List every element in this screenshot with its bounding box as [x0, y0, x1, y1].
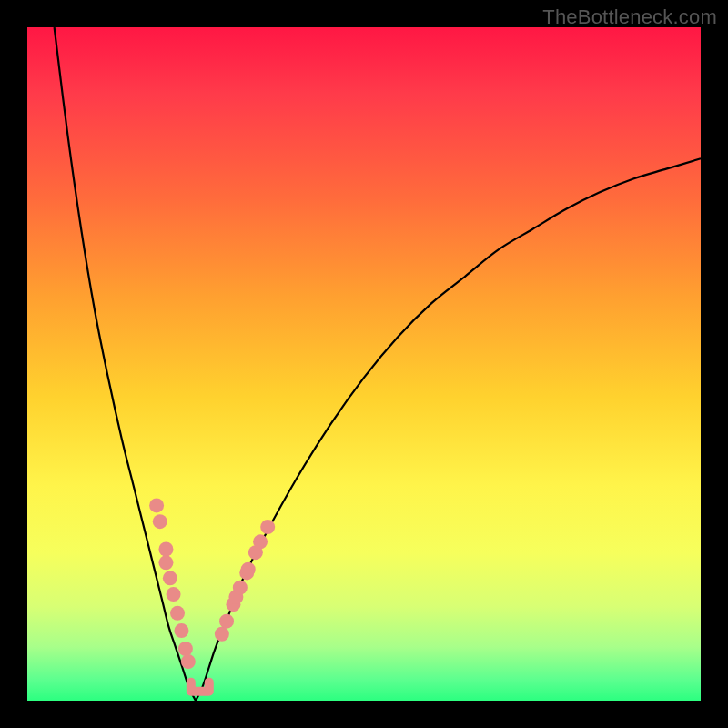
marker-dot	[174, 623, 188, 638]
marker-dot	[241, 562, 256, 577]
left-branch-dots	[149, 498, 196, 669]
right-branch-curve	[196, 158, 701, 701]
marker-dot	[181, 654, 196, 669]
marker-dot	[215, 627, 229, 642]
marker-dot	[219, 614, 234, 629]
marker-dot	[153, 514, 167, 529]
marker-dot	[253, 534, 268, 549]
marker-dot	[167, 587, 181, 602]
chart-plot-area	[27, 27, 701, 701]
marker-dot	[149, 498, 164, 512]
marker-dot	[158, 555, 173, 570]
right-branch-dots	[215, 520, 275, 642]
marker-dot	[178, 642, 193, 656]
marker-dot	[158, 542, 173, 557]
watermark-text: TheBottleneck.com	[542, 5, 717, 29]
bottom-bracket	[191, 682, 209, 692]
marker-dot	[170, 606, 185, 621]
marker-dot	[163, 571, 177, 585]
chart-svg	[27, 27, 701, 701]
marker-dot	[233, 581, 248, 595]
marker-dot	[260, 520, 275, 534]
